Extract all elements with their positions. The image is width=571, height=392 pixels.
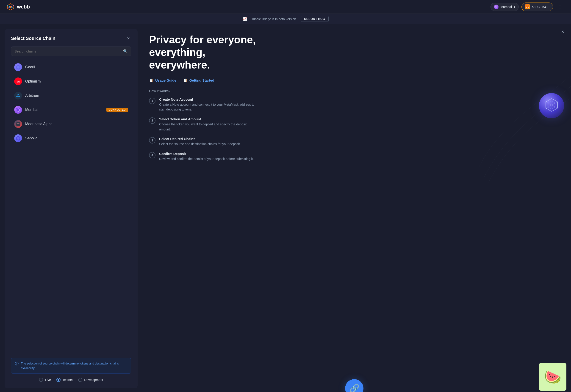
- hero-links: 📋 Usage Guide 📋 Getting Started: [149, 78, 559, 83]
- step-2-title: Select Token and Amount: [159, 117, 256, 121]
- step-2-content: Select Token and Amount Choose the token…: [159, 117, 256, 132]
- chevron-down-icon: ▾: [514, 5, 515, 9]
- beta-banner-text: Hubble Bridge is in beta version.: [251, 17, 297, 21]
- step-1-desc: Create a Note account and connect it to …: [159, 102, 256, 112]
- mumbai-logo: [14, 106, 22, 114]
- sepolia-logo: [14, 134, 22, 142]
- float-icon-decoration: 🔗: [345, 379, 363, 392]
- search-input[interactable]: [14, 49, 123, 53]
- chain-item-goerli[interactable]: Goerli: [11, 60, 131, 74]
- svg-point-12: [16, 108, 20, 112]
- svg-rect-17: [17, 125, 19, 125]
- step-4-title: Confirm Deposit: [159, 152, 254, 156]
- step-2-num: 2: [149, 117, 156, 124]
- eth-sphere-decoration: [539, 93, 564, 118]
- logo-icon: [6, 3, 15, 11]
- network-icon: ⬡: [494, 5, 499, 9]
- connected-badge: CONNECTED: [106, 108, 128, 112]
- step-1-num: 1: [149, 98, 156, 104]
- beta-banner: 📈 Hubble Bridge is in beta version. REPO…: [0, 14, 571, 24]
- logo: webb: [6, 3, 30, 11]
- hero-panel: × Privacy for everyone, everything, ever…: [138, 24, 571, 392]
- step-4-num: 4: [149, 152, 156, 158]
- search-box: 🔍: [11, 46, 131, 56]
- step-2-desc: Choose the token you want to deposit and…: [159, 122, 256, 132]
- chain-item-sepolia[interactable]: Sepolia: [11, 132, 131, 145]
- info-icon: ⓘ: [15, 362, 19, 366]
- step-1-title: Create Note Account: [159, 98, 256, 101]
- optimism-name: Optimism: [25, 79, 128, 84]
- hero-close-button[interactable]: ×: [561, 29, 564, 35]
- steps-list: 1 Create Note Account Create a Note acco…: [149, 98, 559, 162]
- usage-guide-label: Usage Guide: [155, 78, 176, 82]
- wallet-icon: 🦊: [525, 4, 530, 9]
- svg-text:OP: OP: [17, 80, 20, 83]
- goerli-logo: [14, 63, 22, 71]
- logo-text: webb: [17, 4, 30, 10]
- step-4: 4 Confirm Deposit Review and confirm the…: [149, 152, 559, 162]
- svg-rect-16: [17, 123, 19, 124]
- getting-started-link[interactable]: 📋 Getting Started: [183, 78, 214, 83]
- rocket-icon: 📋: [183, 78, 187, 83]
- chain-item-moonbase[interactable]: Moonbase Alpha: [11, 117, 131, 131]
- step-4-desc: Review and confirm the details of your d…: [159, 156, 254, 162]
- svg-rect-15: [16, 124, 20, 124]
- hero-title: Privacy for everyone, everything, everyw…: [149, 33, 268, 71]
- svg-point-4: [10, 6, 12, 8]
- getting-started-label: Getting Started: [189, 78, 214, 82]
- step-2: 2 Select Token and Amount Choose the tok…: [149, 117, 559, 132]
- arbitrum-logo: [14, 92, 22, 99]
- header: webb ⬡ Mumbai ▾ 🦊 58FC...541F ⋮: [0, 0, 571, 14]
- wallet-address: 58FC...541F: [532, 5, 550, 9]
- chain-item-arbitrum[interactable]: Arbitrum: [11, 89, 131, 102]
- radio-live-label: Live: [45, 378, 51, 382]
- panel-header: Select Source Chain ×: [11, 35, 131, 42]
- chain-selection-panel: Select Source Chain × 🔍 Goerli OP Optimi…: [5, 29, 138, 388]
- chain-item-optimism[interactable]: OP Optimism: [11, 75, 131, 88]
- radio-development[interactable]: Development: [78, 378, 103, 382]
- main-content: Select Source Chain × 🔍 Goerli OP Optimi…: [0, 24, 571, 392]
- radio-live-circle: [39, 378, 43, 382]
- chart-icon: 📈: [243, 17, 247, 21]
- pixel-character-decoration: 🍉: [539, 363, 566, 391]
- step-1-content: Create Note Account Create a Note accoun…: [159, 98, 256, 112]
- radio-testnet-label: Testnet: [62, 378, 73, 382]
- chain-list: Goerli OP Optimism Arbitrum: [11, 60, 131, 354]
- arbitrum-name: Arbitrum: [25, 94, 128, 98]
- step-3-desc: Select the source and destination chains…: [159, 142, 241, 147]
- chain-item-mumbai[interactable]: Mumbai CONNECTED: [11, 103, 131, 116]
- step-3-num: 3: [149, 137, 156, 143]
- radio-development-circle: [78, 378, 82, 382]
- goerli-name: Goerli: [25, 65, 128, 69]
- panel-title: Select Source Chain: [11, 36, 55, 41]
- radio-development-label: Development: [84, 378, 103, 382]
- step-3-title: Select Desired Chains: [159, 137, 241, 141]
- sepolia-name: Sepolia: [25, 136, 128, 140]
- book-icon: 📋: [149, 78, 153, 83]
- more-options-button[interactable]: ⋮: [556, 3, 565, 11]
- optimism-logo: OP: [14, 77, 22, 85]
- report-bug-button[interactable]: REPORT BUG: [301, 16, 328, 22]
- search-icon: 🔍: [123, 49, 128, 53]
- close-panel-button[interactable]: ×: [126, 35, 131, 42]
- network-label: Mumbai: [500, 5, 512, 9]
- network-button[interactable]: ⬡ Mumbai ▾: [490, 3, 519, 11]
- radio-testnet[interactable]: Testnet: [57, 378, 73, 382]
- radio-testnet-circle: [57, 378, 60, 382]
- info-box: ⓘ The selection of source chain will det…: [11, 358, 131, 374]
- network-type-radio-group: Live Testnet Development: [11, 378, 131, 382]
- step-3-content: Select Desired Chains Select the source …: [159, 137, 241, 147]
- header-right: ⬡ Mumbai ▾ 🦊 58FC...541F ⋮: [490, 2, 565, 11]
- how-it-works-label: How it works?: [149, 89, 559, 93]
- radio-live[interactable]: Live: [39, 378, 51, 382]
- step-3: 3 Select Desired Chains Select the sourc…: [149, 137, 559, 147]
- wallet-button[interactable]: 🦊 58FC...541F: [521, 2, 553, 11]
- moonbase-logo: [14, 120, 22, 128]
- step-1: 1 Create Note Account Create a Note acco…: [149, 98, 559, 112]
- mumbai-name: Mumbai: [25, 108, 103, 112]
- info-text: The selection of source chain will deter…: [21, 361, 127, 370]
- moonbase-name: Moonbase Alpha: [25, 122, 128, 126]
- step-4-content: Confirm Deposit Review and confirm the d…: [159, 152, 254, 162]
- usage-guide-link[interactable]: 📋 Usage Guide: [149, 78, 176, 83]
